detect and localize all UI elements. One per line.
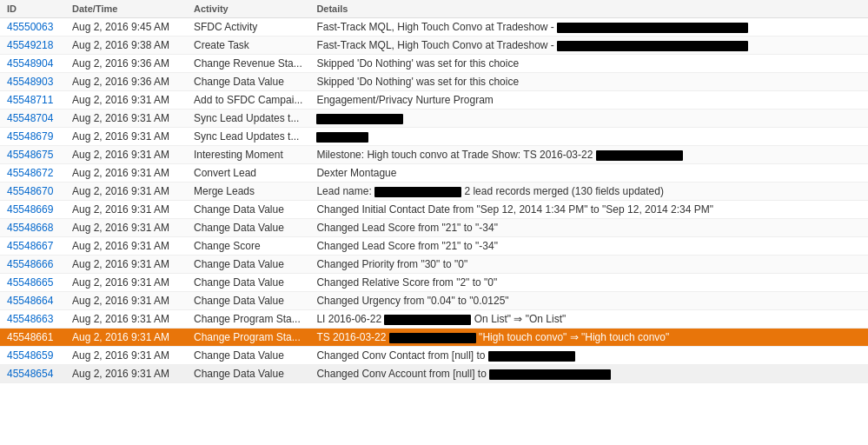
row-id[interactable]: 45548672 [0,164,65,183]
redacted-block [389,333,476,343]
row-id[interactable]: 45548668 [0,219,65,237]
row-id[interactable]: 45548666 [0,256,65,274]
row-datetime: Aug 2, 2016 9:31 AM [65,219,187,237]
row-id[interactable]: 45548659 [0,347,65,365]
row-activity: Sync Lead Updates t... [187,110,309,128]
redacted-block [488,351,575,362]
row-details: Changed Urgency from "0.04" to "0.0125" [309,292,868,310]
row-details: Fast-Track MQL, High Touch Convo at Trad… [309,37,868,55]
row-details: Changed Conv Contact from [null] to [309,347,868,365]
row-activity: Change Data Value [187,347,309,365]
row-details [309,110,868,128]
row-activity: Change Score [187,237,309,256]
row-id[interactable]: 45548669 [0,201,65,219]
row-datetime: Aug 2, 2016 9:31 AM [65,256,187,274]
row-details: Engagement/Privacy Nurture Program [309,91,868,110]
row-details: Changed Initial Contact Date from "Sep 1… [309,201,868,219]
redacted-block [596,150,683,161]
row-id[interactable]: 45548667 [0,237,65,256]
table-row: 45548903Aug 2, 2016 9:36 AMChange Data V… [0,73,868,91]
row-activity: Interesting Moment [187,146,309,164]
row-id[interactable]: 45548904 [0,55,65,73]
row-datetime: Aug 2, 2016 9:31 AM [65,146,187,164]
row-datetime: Aug 2, 2016 9:31 AM [65,183,187,201]
row-id[interactable]: 45550063 [0,18,65,37]
col-datetime: Date/Time [65,0,187,18]
row-activity: SFDC Activity [187,18,309,37]
table-row: 45548672Aug 2, 2016 9:31 AMConvert LeadD… [0,164,868,183]
table-row: 45548665Aug 2, 2016 9:31 AMChange Data V… [0,274,868,292]
table-row: 45548675Aug 2, 2016 9:31 AMInteresting M… [0,146,868,164]
row-id[interactable]: 45548663 [0,310,65,329]
row-datetime: Aug 2, 2016 9:31 AM [65,347,187,365]
redacted-block [316,114,403,124]
row-datetime: Aug 2, 2016 9:31 AM [65,201,187,219]
row-activity: Change Program Sta... [187,329,309,347]
row-id[interactable]: 45549218 [0,37,65,55]
col-details: Details [309,0,868,18]
row-datetime: Aug 2, 2016 9:31 AM [65,91,187,110]
redacted-block [557,41,748,51]
row-details: Dexter Montague [309,164,868,183]
row-id[interactable]: 45548704 [0,110,65,128]
table-row: 45548669Aug 2, 2016 9:31 AMChange Data V… [0,201,868,219]
table-row: 45548664Aug 2, 2016 9:31 AMChange Data V… [0,292,868,310]
row-datetime: Aug 2, 2016 9:31 AM [65,365,187,383]
row-details: TS 2016-03-22 "High touch convo" ⇒ "High… [309,329,868,347]
table-row: 45550063Aug 2, 2016 9:45 AMSFDC Activity… [0,18,868,37]
row-details: Fast-Track MQL, High Touch Convo at Trad… [309,18,868,37]
row-details: Milestone: High touch convo at Trade Sho… [309,146,868,164]
row-activity: Change Data Value [187,201,309,219]
row-datetime: Aug 2, 2016 9:31 AM [65,128,187,146]
row-datetime: Aug 2, 2016 9:31 AM [65,310,187,329]
row-id[interactable]: 45548679 [0,128,65,146]
row-id[interactable]: 45548711 [0,91,65,110]
row-id[interactable]: 45548665 [0,274,65,292]
row-activity: Change Data Value [187,73,309,91]
row-details: Lead name: 2 lead records merged (130 fi… [309,183,868,201]
row-activity: Change Data Value [187,274,309,292]
row-details: Changed Relative Score from "2" to "0" [309,274,868,292]
activity-table: ID Date/Time Activity Details 45550063Au… [0,0,868,383]
table-row: 45548668Aug 2, 2016 9:31 AMChange Data V… [0,219,868,237]
col-id: ID [0,0,65,18]
redacted-block [316,132,368,143]
table-row: 45548667Aug 2, 2016 9:31 AMChange ScoreC… [0,237,868,256]
row-id[interactable]: 45548675 [0,146,65,164]
row-activity: Change Data Value [187,256,309,274]
row-activity: Convert Lead [187,164,309,183]
row-details: Changed Conv Account from [null] to [309,365,868,383]
row-details: Changed Priority from "30" to "0" [309,256,868,274]
row-id[interactable]: 45548654 [0,365,65,383]
row-activity: Change Data Value [187,292,309,310]
table-row: 45548663Aug 2, 2016 9:31 AMChange Progra… [0,310,868,329]
table-row: 45548659Aug 2, 2016 9:31 AMChange Data V… [0,347,868,365]
row-activity: Create Task [187,37,309,55]
row-activity: Change Data Value [187,365,309,383]
table-row: 45548704Aug 2, 2016 9:31 AMSync Lead Upd… [0,110,868,128]
row-details: Skipped 'Do Nothing' was set for this ch… [309,73,868,91]
row-activity: Merge Leads [187,183,309,201]
row-details: LI 2016-06-22 On List" ⇒ "On List" [309,310,868,329]
row-id[interactable]: 45548670 [0,183,65,201]
row-datetime: Aug 2, 2016 9:31 AM [65,274,187,292]
redacted-block [384,315,471,325]
row-datetime: Aug 2, 2016 9:36 AM [65,73,187,91]
row-datetime: Aug 2, 2016 9:31 AM [65,237,187,256]
row-datetime: Aug 2, 2016 9:31 AM [65,292,187,310]
table-row: 45548666Aug 2, 2016 9:31 AMChange Data V… [0,256,868,274]
row-id[interactable]: 45548903 [0,73,65,91]
redacted-block [557,23,748,33]
row-activity: Change Data Value [187,219,309,237]
row-activity: Add to SFDC Campai... [187,91,309,110]
row-details [309,128,868,146]
table-row: 45548904Aug 2, 2016 9:36 AMChange Revenu… [0,55,868,73]
row-datetime: Aug 2, 2016 9:31 AM [65,164,187,183]
row-datetime: Aug 2, 2016 9:45 AM [65,18,187,37]
row-id[interactable]: 45548664 [0,292,65,310]
table-row: 45549218Aug 2, 2016 9:38 AMCreate TaskFa… [0,37,868,55]
row-id[interactable]: 45548661 [0,329,65,347]
row-details: Changed Lead Score from "21" to "-34" [309,237,868,256]
table-row: 45548661Aug 2, 2016 9:31 AMChange Progra… [0,329,868,347]
col-activity: Activity [187,0,309,18]
